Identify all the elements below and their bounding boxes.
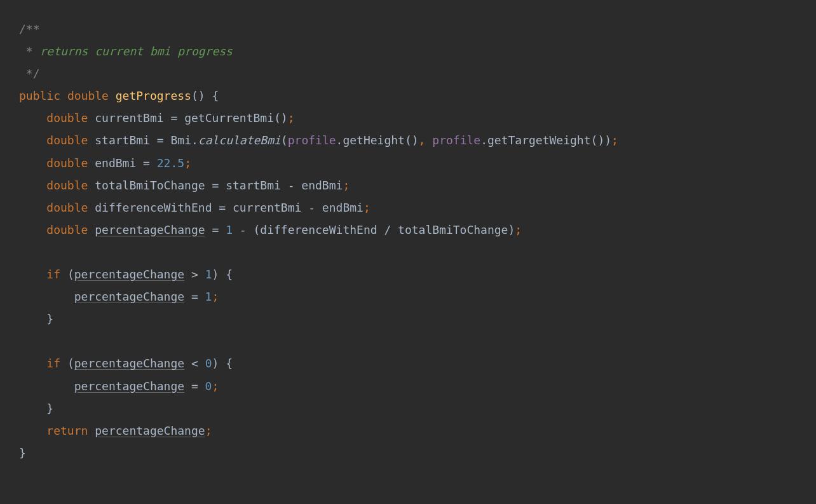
variable-unused: percentageChange — [95, 223, 205, 236]
code-line-11[interactable] — [19, 241, 797, 263]
code-line-5[interactable]: double currentBmi = getCurrentBmi(); — [19, 107, 797, 129]
code-line-19[interactable]: return percentageChange; — [19, 419, 797, 442]
variable-ref: percentageChange — [74, 268, 184, 281]
number-literal: 1 — [205, 268, 212, 281]
number-literal: 0 — [205, 379, 212, 393]
semicolon: ; — [288, 111, 295, 125]
method-call: .getHeight() — [336, 133, 419, 147]
keyword-double: double — [46, 133, 88, 147]
assign: = — [205, 223, 226, 236]
code-line-14[interactable]: } — [19, 308, 797, 330]
semicolon: ; — [184, 156, 191, 170]
paren-open: ( — [281, 133, 288, 147]
variable: currentBmi — [95, 111, 163, 125]
code-line-7[interactable]: double endBmi = 22.5; — [19, 152, 797, 174]
variable: endBmi — [95, 156, 136, 170]
operator: > — [184, 268, 205, 281]
method-name: getProgress — [116, 89, 191, 102]
code-line-10[interactable]: double percentageChange = 1 - (differenc… — [19, 219, 797, 241]
paren-close: ) — [604, 133, 611, 147]
semicolon: ; — [212, 290, 219, 303]
code-line-20[interactable]: } — [19, 442, 797, 464]
variable: startBmi — [95, 133, 150, 147]
assign: = — [184, 290, 205, 303]
number-literal: 1 — [205, 290, 212, 303]
static-method: calculateBmi — [198, 133, 281, 147]
semicolon: ; — [205, 424, 212, 437]
class-ref: Bmi — [170, 133, 191, 147]
brace-open: { — [219, 268, 233, 281]
code-line-6[interactable]: double startBmi = Bmi.calculateBmi(profi… — [19, 129, 797, 151]
code-line-4[interactable]: public double getProgress() { — [19, 85, 797, 107]
keyword-double: double — [46, 201, 88, 214]
variable: totalBmiToChange — [95, 179, 205, 192]
assign: = — [136, 156, 157, 170]
comma: , — [419, 133, 426, 147]
paren-open: ( — [60, 357, 74, 370]
number-literal: 0 — [205, 357, 212, 370]
keyword-public: public — [19, 89, 60, 102]
comment-close: */ — [19, 67, 40, 80]
keyword-double: double — [46, 156, 88, 170]
brace-close: } — [19, 446, 26, 460]
brace-open: { — [205, 89, 219, 102]
keyword-double: double — [67, 89, 109, 102]
keyword-double: double — [46, 223, 88, 236]
comment-open: /** — [19, 22, 40, 36]
brace-open: { — [219, 357, 233, 370]
semicolon: ; — [343, 179, 350, 192]
brace-close: } — [46, 402, 53, 415]
code-line-9[interactable]: double differenceWithEnd = currentBmi - … — [19, 196, 797, 219]
number-literal: 1 — [226, 223, 233, 236]
assign: = — [205, 179, 226, 192]
space — [425, 133, 432, 147]
variable-ref: percentageChange — [74, 357, 184, 370]
semicolon: ; — [212, 379, 219, 393]
method-call: .getTargetWeight() — [480, 133, 604, 147]
variable-ref: percentageChange — [74, 379, 184, 393]
keyword-double: double — [46, 179, 88, 192]
parens: () — [191, 89, 205, 102]
variable-ref: percentageChange — [74, 290, 184, 303]
field-ref: profile — [432, 133, 480, 147]
assign: = — [150, 133, 171, 147]
keyword-double: double — [46, 111, 88, 125]
expression: currentBmi - endBmi — [233, 201, 364, 214]
code-editor[interactable]: /** * returns current bmi progress */ pu… — [19, 18, 797, 464]
comment-text: returns current bmi progress — [40, 44, 233, 58]
semicolon: ; — [364, 201, 371, 214]
keyword-return: return — [46, 424, 88, 437]
space — [88, 424, 95, 437]
code-line-15[interactable] — [19, 330, 797, 352]
comment-prefix: * — [19, 44, 40, 58]
code-line-17[interactable]: percentageChange = 0; — [19, 375, 797, 397]
variable: differenceWithEnd — [95, 201, 212, 214]
variable-ref: percentageChange — [95, 424, 205, 437]
paren-close: ) — [212, 268, 219, 281]
operator: < — [184, 357, 205, 370]
code-line-13[interactable]: percentageChange = 1; — [19, 285, 797, 308]
assign: = — [184, 379, 205, 393]
code-line-8[interactable]: double totalBmiToChange = startBmi - end… — [19, 174, 797, 196]
code-line-1[interactable]: /** — [19, 18, 797, 40]
assign: = — [164, 111, 185, 125]
method-call: getCurrentBmi() — [184, 111, 288, 125]
assign: = — [212, 201, 233, 214]
paren-close: ) — [212, 357, 219, 370]
field-ref: profile — [288, 133, 336, 147]
code-line-16[interactable]: if (percentageChange < 0) { — [19, 352, 797, 374]
code-line-12[interactable]: if (percentageChange > 1) { — [19, 263, 797, 285]
number-literal: 22.5 — [157, 156, 184, 170]
keyword-if: if — [46, 357, 60, 370]
keyword-if: if — [46, 268, 60, 281]
code-line-3[interactable]: */ — [19, 62, 797, 85]
paren-open: ( — [60, 268, 74, 281]
code-line-2[interactable]: * returns current bmi progress — [19, 40, 797, 62]
expression: startBmi - endBmi — [226, 179, 343, 192]
code-line-18[interactable]: } — [19, 397, 797, 419]
semicolon: ; — [611, 133, 618, 147]
dot: . — [191, 133, 198, 147]
semicolon: ; — [515, 223, 522, 236]
brace-close: } — [46, 312, 53, 325]
expression: - (differenceWithEnd / totalBmiToChange) — [233, 223, 515, 236]
